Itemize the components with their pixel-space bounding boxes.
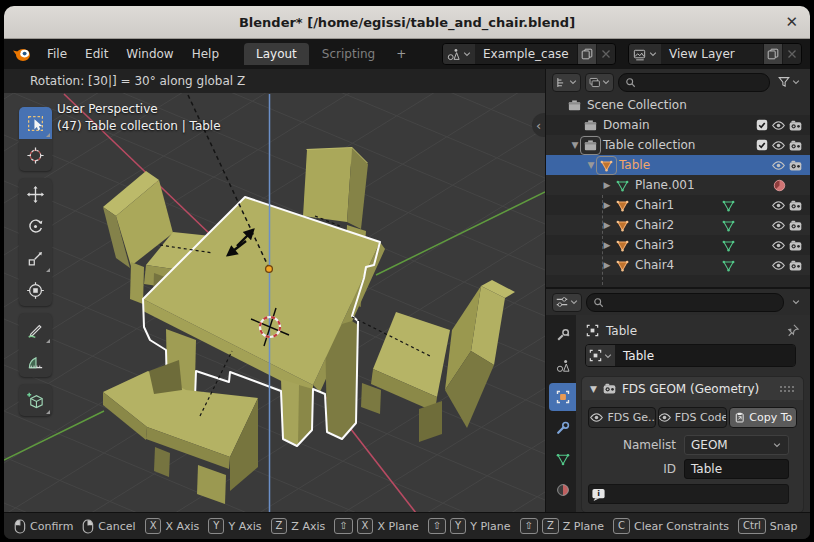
disclosure-icon[interactable]: ▶ [600,260,614,270]
outliner-row-plane-001[interactable]: ▶Plane.001 [546,175,810,195]
hide-viewport-icon[interactable] [771,218,786,233]
hide-viewport-icon[interactable] [771,258,786,273]
id-row: ID Table [588,460,789,478]
properties-tab-tool[interactable] [549,321,576,349]
hide-viewport-icon[interactable] [771,118,786,133]
disclosure-icon[interactable]: ▶ [600,200,614,210]
hide-viewport-icon[interactable] [771,158,786,173]
new-view-layer-button[interactable] [763,44,782,64]
outliner-search-input[interactable] [618,73,770,92]
tool-select-box[interactable] [19,107,52,139]
mesh-data-icon[interactable] [721,198,736,213]
hide-viewport-icon[interactable] [771,138,786,153]
disable-render-icon[interactable] [788,138,803,153]
remove-view-layer-button[interactable] [782,44,801,64]
mesh-data-icon[interactable] [721,238,736,253]
object-name-value[interactable]: Table [615,345,795,366]
outliner-row-chair1[interactable]: ▶Chair1 [546,195,810,215]
exclude-checkbox[interactable] [755,138,769,152]
properties-tab-data[interactable] [549,445,576,473]
menu-edit[interactable]: Edit [76,44,117,64]
scene-name[interactable]: Example_case [475,44,577,64]
fds-geom-panel-header[interactable]: ▼ FDS GEOM (Geometry) [582,377,803,400]
tool-scale[interactable] [19,242,52,274]
outliner-row-table[interactable]: ▼Table [546,155,810,175]
eye-icon [589,410,604,425]
namelist-dropdown[interactable]: GEOM [684,435,789,455]
mesh-data-icon[interactable] [721,218,736,233]
properties-editor-type-button[interactable] [552,293,582,312]
disable-render-icon[interactable] [788,238,803,253]
disable-render-icon[interactable] [788,198,803,213]
viewport-3d[interactable]: Rotation: [30|] = 30° along global Z [4,69,545,512]
properties-tab-object[interactable] [549,383,576,411]
disclosure-icon[interactable]: ▶ [600,240,614,250]
drag-handle-icon[interactable] [779,384,795,394]
properties-header [546,289,810,315]
tool-measure[interactable] [19,345,52,377]
new-scene-button[interactable] [577,44,596,64]
menu-window[interactable]: Window [117,44,182,64]
properties-options-button[interactable] [788,293,804,312]
hide-viewport-icon[interactable] [771,238,786,253]
tool-move[interactable] [19,178,52,210]
scene-selector[interactable]: Example_case [442,43,616,65]
add-workspace-button[interactable]: + [388,43,414,65]
fds-ge--button[interactable]: FDS Ge.. [588,407,656,428]
tool-transform[interactable] [19,274,52,306]
viewport-canvas[interactable] [4,93,545,512]
properties-tab-scene[interactable] [549,352,576,380]
remove-scene-button[interactable] [596,44,615,64]
id-text-field[interactable]: Table [684,459,789,479]
workspace-tab-scripting[interactable]: Scripting [310,43,387,65]
properties-tab-material[interactable] [549,476,576,504]
hide-viewport-icon[interactable] [771,198,786,213]
mesh-data-icon[interactable] [721,258,736,273]
blender-window: Blender* [/home/egissi/table_and_chair.b… [4,6,810,539]
properties-tab-modifiers[interactable] [549,414,576,442]
namelist-row: Namelist GEOM [588,436,789,454]
tool-annotate[interactable] [19,313,52,345]
outliner-row-chair2[interactable]: ▶Chair2 [546,215,810,235]
outliner-row-domain[interactable]: Domain [546,115,810,135]
info-message-bar[interactable]: i [588,484,789,504]
outliner-filter-button[interactable] [774,73,804,92]
tool-rotate[interactable] [19,210,52,242]
disclosure-icon[interactable]: ▶ [600,180,614,190]
outliner-row-chair3[interactable]: ▶Chair3 [546,235,810,255]
tool-add-cube[interactable] [19,384,52,416]
keycap-icon: ⇧ [428,518,446,534]
fds-code-button[interactable]: FDS Code [658,407,726,428]
close-icon[interactable]: ✕ [785,6,798,38]
copy-to-button[interactable]: Copy To [729,407,797,428]
view-layer-name[interactable]: View Layer [661,44,763,64]
disable-render-icon[interactable] [788,218,803,233]
panel-disclosure-icon[interactable]: ▼ [590,384,597,394]
outliner-row-scene-collection[interactable]: Scene Collection [546,95,810,115]
menu-file[interactable]: File [38,44,76,64]
pin-icon[interactable] [785,323,800,338]
properties-tab-strip [546,315,576,512]
outliner-row-table-collection[interactable]: ▼Table collection [546,135,810,155]
modifiers-tab-icon [555,420,571,436]
outliner-display-mode-button[interactable] [552,73,581,92]
disable-render-icon[interactable] [788,258,803,273]
disable-render-icon[interactable] [788,158,803,173]
disclosure-icon[interactable]: ▶ [600,220,614,230]
outliner-row-chair4[interactable]: ▶Chair4 [546,255,810,275]
tree-display-icon [555,76,568,89]
menu-help[interactable]: Help [183,44,228,64]
disclosure-icon[interactable]: ▼ [568,140,582,150]
workspace-tab-layout[interactable]: Layout [244,43,309,65]
properties-search-input[interactable] [586,293,784,312]
blender-logo-icon[interactable] [12,46,32,62]
outliner-filter-display-button[interactable] [585,73,614,92]
material-icon[interactable] [772,178,787,193]
object-name-field[interactable]: Table [585,344,796,367]
view-layer-selector[interactable]: View Layer [628,43,802,65]
exclude-checkbox[interactable] [755,118,769,132]
disclosure-icon[interactable]: ▼ [584,160,598,170]
tool-cursor[interactable] [19,139,52,171]
disable-render-icon[interactable] [788,118,803,133]
titlebar[interactable]: Blender* [/home/egissi/table_and_chair.b… [4,6,810,39]
